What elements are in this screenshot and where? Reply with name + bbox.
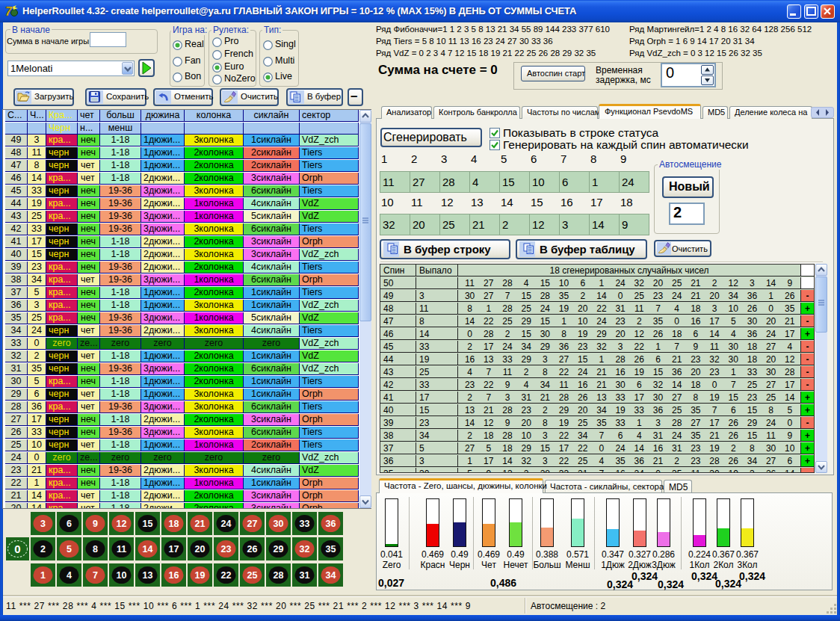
svg-text:28: 28 bbox=[274, 570, 284, 581]
svg-text:32: 32 bbox=[300, 544, 310, 554]
svg-text:34: 34 bbox=[326, 570, 336, 581]
svg-text:6: 6 bbox=[67, 519, 72, 529]
svg-text:15: 15 bbox=[143, 519, 153, 529]
svg-text:3: 3 bbox=[40, 519, 46, 529]
svg-text:30: 30 bbox=[274, 519, 284, 529]
svg-text:22: 22 bbox=[221, 570, 232, 581]
svg-text:25: 25 bbox=[247, 570, 258, 581]
svg-text:27: 27 bbox=[247, 519, 258, 529]
svg-text:18: 18 bbox=[169, 519, 179, 529]
svg-text:21: 21 bbox=[195, 519, 206, 529]
svg-text:17: 17 bbox=[169, 544, 179, 554]
svg-text:33: 33 bbox=[300, 519, 310, 529]
svg-text:29: 29 bbox=[274, 544, 284, 554]
svg-text:7: 7 bbox=[93, 570, 98, 581]
svg-text:20: 20 bbox=[195, 544, 206, 554]
svg-text:11: 11 bbox=[117, 544, 126, 554]
svg-text:12: 12 bbox=[117, 519, 127, 529]
svg-text:4: 4 bbox=[67, 570, 72, 581]
svg-text:19: 19 bbox=[195, 570, 206, 581]
svg-text:2: 2 bbox=[40, 544, 46, 554]
svg-text:24: 24 bbox=[221, 519, 232, 529]
svg-text:26: 26 bbox=[247, 544, 258, 554]
svg-text:31: 31 bbox=[300, 570, 310, 581]
svg-text:1: 1 bbox=[40, 570, 46, 581]
svg-text:14: 14 bbox=[143, 544, 153, 554]
svg-text:13: 13 bbox=[143, 570, 153, 581]
svg-text:16: 16 bbox=[169, 570, 179, 581]
svg-text:35: 35 bbox=[326, 544, 336, 554]
svg-text:5: 5 bbox=[67, 544, 72, 554]
svg-text:23: 23 bbox=[221, 544, 232, 554]
svg-text:36: 36 bbox=[326, 519, 336, 529]
svg-text:8: 8 bbox=[93, 544, 98, 554]
svg-text:9: 9 bbox=[93, 519, 98, 529]
svg-text:0: 0 bbox=[14, 543, 20, 555]
svg-text:10: 10 bbox=[117, 570, 127, 581]
